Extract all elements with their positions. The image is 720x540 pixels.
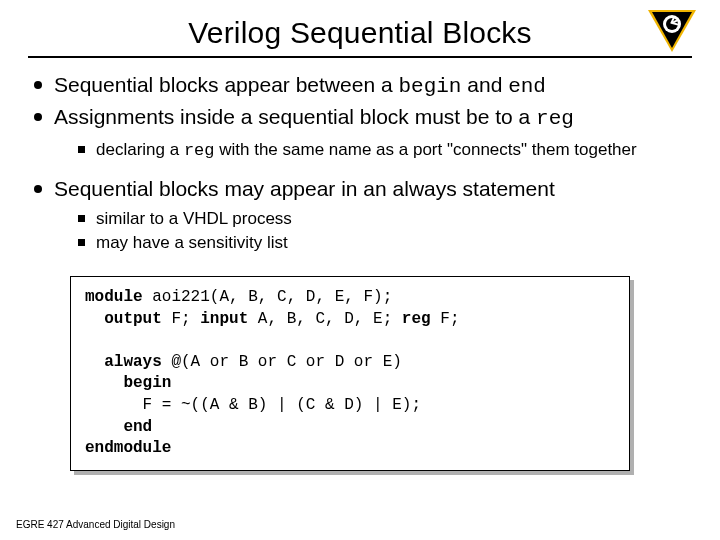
code-block: module aoi221(A, B, C, D, E, F); output … xyxy=(70,276,630,471)
bullet-1: Sequential blocks appear between a begin… xyxy=(32,72,692,100)
kw-input: input xyxy=(200,310,248,328)
sub-bullet-list: similar to a VHDL process may have a sen… xyxy=(54,202,692,264)
code-text: F; xyxy=(162,310,200,328)
text: Sequential blocks appear between a xyxy=(54,73,398,96)
kw-always: always xyxy=(104,353,162,371)
sub-bullet-1: declaring a reg with the same name as a … xyxy=(76,139,692,162)
sub-bullet-1: similar to a VHDL process xyxy=(76,208,692,230)
code-text: A, B, C, D, E; xyxy=(248,310,402,328)
text: declaring a xyxy=(96,140,184,159)
kw-output: output xyxy=(104,310,162,328)
kw-begin: begin xyxy=(123,374,171,392)
bullet-2: Assignments inside a sequential block mu… xyxy=(32,104,692,171)
slide-footer: EGRE 427 Advanced Digital Design xyxy=(16,519,175,530)
kw-endmodule: endmodule xyxy=(85,439,171,457)
slide-header: Verilog Sequential Blocks xyxy=(28,12,692,58)
code-text: aoi221(A, B, C, D, E, F); xyxy=(143,288,393,306)
bullet-list: Sequential blocks appear between a begin… xyxy=(28,72,692,264)
text: with the same name as a port "connects" … xyxy=(215,140,637,159)
code-text: F = ~((A & B) | (C & D) | E); xyxy=(85,396,421,414)
code-keyword: end xyxy=(508,75,546,98)
slide: Verilog Sequential Blocks Sequential blo… xyxy=(0,0,720,540)
kw-end: end xyxy=(123,418,152,436)
sub-bullet-2: may have a sensitivity list xyxy=(76,232,692,254)
text: Sequential blocks may appear in an alway… xyxy=(54,177,555,200)
code-text: F; xyxy=(431,310,460,328)
kw-module: module xyxy=(85,288,143,306)
code-keyword: reg xyxy=(184,141,215,160)
code-keyword: begin xyxy=(398,75,461,98)
sub-bullet-list: declaring a reg with the same name as a … xyxy=(54,133,692,172)
vcu-logo-icon xyxy=(648,10,696,52)
kw-reg: reg xyxy=(402,310,431,328)
code-content: module aoi221(A, B, C, D, E, F); output … xyxy=(70,276,630,471)
bullet-3: Sequential blocks may appear in an alway… xyxy=(32,176,692,264)
text: Assignments inside a sequential block mu… xyxy=(54,105,536,128)
page-title: Verilog Sequential Blocks xyxy=(28,12,692,50)
code-text: @(A or B or C or D or E) xyxy=(162,353,402,371)
text: and xyxy=(461,73,508,96)
code-keyword: reg xyxy=(536,107,574,130)
